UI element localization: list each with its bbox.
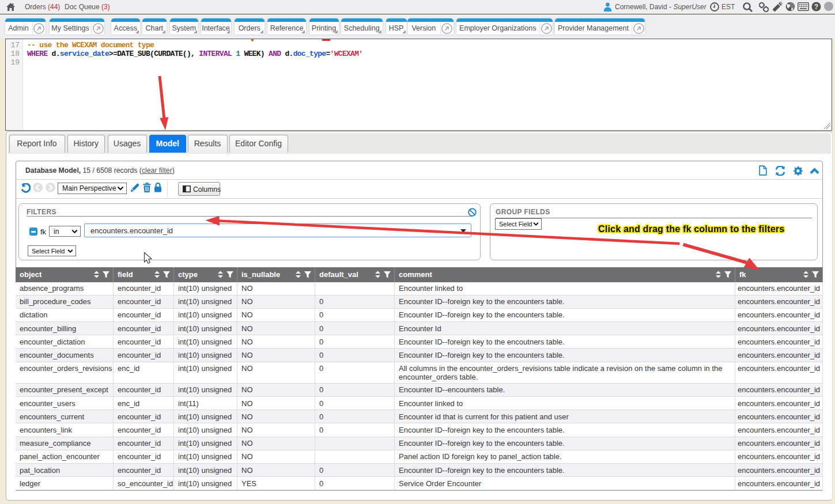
svg-text:?: ? bbox=[814, 3, 818, 11]
